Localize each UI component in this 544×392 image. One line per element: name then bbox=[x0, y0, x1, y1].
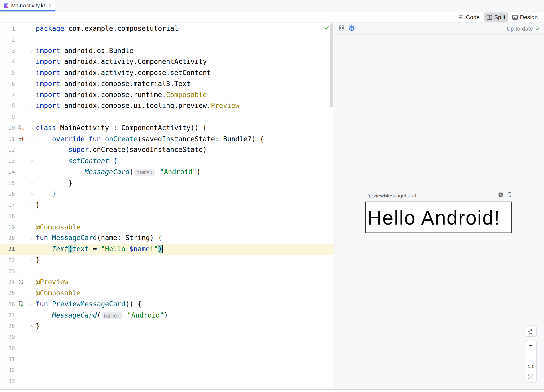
code-line[interactable]: 28} bbox=[0, 321, 334, 332]
code-line[interactable]: 11 override fun onCreate(savedInstanceSt… bbox=[0, 133, 334, 144]
fold-marker-icon[interactable] bbox=[27, 45, 36, 56]
code-line[interactable]: 14 MessageCard(name: "Android") bbox=[0, 166, 334, 178]
layers-icon[interactable] bbox=[348, 25, 355, 32]
pan-tool-button[interactable] bbox=[525, 326, 537, 337]
code-line[interactable]: 3import android.os.Bundle bbox=[0, 45, 334, 56]
interactive-preview-icon[interactable]: A bbox=[498, 192, 503, 199]
code-line[interactable]: 7import androidx.compose.runtime.Composa… bbox=[0, 89, 334, 100]
code-line[interactable]: 29 bbox=[0, 332, 334, 343]
gutter-icon-slot bbox=[16, 310, 27, 321]
code-line[interactable]: 21 Text(text = "Hello $name!") bbox=[0, 244, 334, 255]
code-line[interactable]: 25@Composable bbox=[0, 288, 334, 299]
gutter-icon-slot bbox=[16, 332, 27, 343]
fold-marker-icon[interactable] bbox=[27, 189, 36, 199]
fold-marker-icon[interactable] bbox=[27, 100, 36, 111]
fold-marker-slot bbox=[27, 89, 36, 100]
code-line[interactable]: 24@Preview bbox=[0, 277, 334, 288]
code-line[interactable]: 18 bbox=[0, 210, 334, 221]
line-number: 34 bbox=[0, 387, 16, 389]
code-text: import androidx.activity.compose.setCont… bbox=[36, 67, 211, 78]
code-line[interactable]: 17} bbox=[0, 199, 334, 210]
gutter-icon-slot bbox=[16, 376, 27, 387]
code-line[interactable]: 15 } bbox=[0, 178, 334, 189]
fold-marker-slot bbox=[27, 166, 36, 178]
fold-marker-slot bbox=[27, 387, 36, 389]
code-line[interactable]: 31 bbox=[0, 354, 334, 365]
gutter-icon-slot bbox=[16, 221, 27, 232]
line-number: 1 bbox=[0, 23, 16, 34]
zoom-in-button[interactable]: + bbox=[525, 340, 536, 351]
fold-marker-icon[interactable] bbox=[27, 321, 36, 332]
preview-render-box[interactable]: Hello Android! bbox=[365, 202, 512, 233]
gutter-icon-slot bbox=[16, 155, 27, 166]
fold-marker-icon[interactable] bbox=[27, 133, 36, 144]
code-line[interactable]: 4import androidx.activity.ComponentActiv… bbox=[0, 56, 334, 67]
code-line[interactable]: 5import androidx.activity.compose.setCon… bbox=[0, 67, 334, 78]
fold-marker-slot bbox=[27, 354, 36, 365]
code-line[interactable]: 33 bbox=[0, 376, 334, 387]
code-line[interactable]: 6import androidx.compose.material3.Text bbox=[0, 78, 334, 89]
code-line[interactable]: 10<>class MainActivity : ComponentActivi… bbox=[0, 122, 334, 133]
gallery-view-icon[interactable] bbox=[339, 25, 345, 32]
mode-code-button[interactable]: Code bbox=[455, 12, 482, 22]
code-line[interactable]: 2 bbox=[0, 34, 334, 45]
tab-mainactivity[interactable]: MainActivity.kt × bbox=[0, 0, 55, 11]
code-view-icon bbox=[458, 14, 464, 20]
code-line[interactable]: 19@Composable bbox=[0, 221, 334, 232]
run-preview-gutter-icon[interactable] bbox=[16, 299, 27, 310]
code-line[interactable]: 9 bbox=[0, 111, 334, 122]
zoom-controls: + − 1:1 bbox=[525, 340, 537, 382]
gutter-icon-slot bbox=[16, 78, 27, 89]
code-line[interactable]: 16 } bbox=[0, 189, 334, 199]
inspection-ok-check-icon[interactable] bbox=[324, 25, 329, 32]
mode-split-button[interactable]: Split bbox=[484, 12, 508, 22]
code-line[interactable]: 22} bbox=[0, 255, 334, 266]
gear-gutter-icon[interactable] bbox=[16, 277, 27, 288]
code-line[interactable]: 34 bbox=[0, 387, 334, 389]
zoom-out-button[interactable]: − bbox=[525, 351, 536, 361]
fold-marker-icon[interactable] bbox=[27, 155, 36, 166]
zoom-actual-size-button[interactable]: 1:1 bbox=[525, 361, 536, 372]
fold-marker-icon[interactable] bbox=[27, 255, 36, 266]
code-line[interactable]: 26fun PreviewMessageCard() { bbox=[0, 299, 334, 310]
code-line[interactable]: 1package com.example.composetutorial bbox=[0, 23, 334, 34]
main-split-area: 1package com.example.composetutorial23im… bbox=[0, 23, 544, 389]
preview-status: Up-to-date bbox=[507, 25, 540, 32]
code-line[interactable]: 30 bbox=[0, 343, 334, 354]
line-number: 9 bbox=[0, 111, 16, 122]
code-line[interactable]: 8import androidx.compose.ui.tooling.prev… bbox=[0, 100, 334, 111]
code-text: import androidx.compose.ui.tooling.previ… bbox=[36, 100, 239, 111]
code-line[interactable]: 27 MessageCard(name: "Android") bbox=[0, 310, 334, 321]
code-line[interactable]: 23 bbox=[0, 266, 334, 277]
fold-marker-slot bbox=[27, 144, 36, 155]
code-lines: 1package com.example.composetutorial23im… bbox=[0, 23, 334, 389]
close-icon[interactable]: × bbox=[48, 3, 52, 8]
code-editor[interactable]: 1package com.example.composetutorial23im… bbox=[0, 23, 334, 389]
line-number: 16 bbox=[0, 189, 16, 199]
class-gutter-icon[interactable]: <> bbox=[16, 122, 27, 133]
fold-marker-icon[interactable] bbox=[27, 232, 36, 244]
fold-marker-slot bbox=[27, 376, 36, 387]
preview-card: PreviewMessageCard A Hello Android! bbox=[365, 192, 512, 233]
zoom-to-fit-button[interactable] bbox=[525, 372, 536, 382]
line-number: 8 bbox=[0, 100, 16, 111]
editor-scrollbar[interactable] bbox=[330, 23, 333, 107]
fold-marker-icon[interactable] bbox=[27, 199, 36, 210]
code-text: MessageCard(name: "Android") bbox=[36, 166, 201, 178]
fold-marker-icon[interactable] bbox=[27, 178, 36, 189]
line-number: 7 bbox=[0, 89, 16, 100]
svg-text:<>: <> bbox=[20, 127, 24, 131]
override-gutter-icon[interactable] bbox=[16, 133, 27, 144]
code-line[interactable]: 12 super.onCreate(savedInstanceState) bbox=[0, 144, 334, 155]
android-studio-window: MainActivity.kt × Code Split Design 1pac… bbox=[0, 0, 544, 392]
line-number: 13 bbox=[0, 155, 16, 166]
code-line[interactable]: 32 bbox=[0, 365, 334, 376]
mode-design-button[interactable]: Design bbox=[509, 12, 541, 22]
code-line[interactable]: 20fun MessageCard(name: String) { bbox=[0, 232, 334, 244]
line-number: 32 bbox=[0, 365, 16, 376]
fold-marker-icon[interactable] bbox=[27, 299, 36, 310]
code-line[interactable]: 13 setContent { bbox=[0, 155, 334, 166]
run-on-device-icon[interactable] bbox=[507, 192, 512, 199]
kotlin-file-icon bbox=[4, 3, 9, 8]
preview-card-header: PreviewMessageCard A bbox=[365, 192, 512, 199]
